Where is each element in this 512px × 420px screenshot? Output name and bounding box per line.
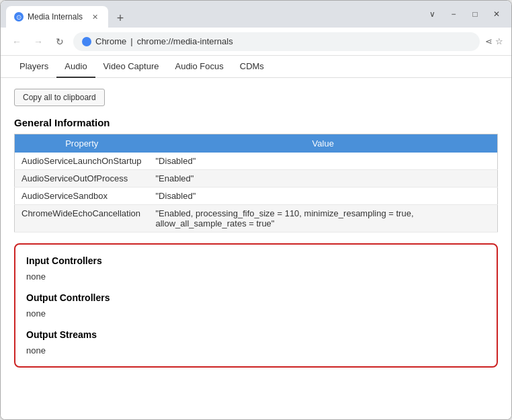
tab-title: Media Internals — [28, 12, 83, 22]
tab-players[interactable]: Players — [11, 56, 56, 78]
general-info-table: Property Value AudioServiceLaunchOnStart… — [14, 134, 498, 233]
new-tab-button[interactable]: + — [111, 9, 130, 28]
url-separator: | — [130, 36, 132, 46]
property-cell: AudioServiceOutOfProcess — [15, 170, 149, 187]
tab-close-button[interactable]: ✕ — [89, 11, 100, 22]
window-controls: ∨ − □ ✕ — [423, 5, 506, 24]
tab-audio[interactable]: Audio — [56, 56, 95, 78]
controllers-section: Input Controllers none Output Controller… — [14, 243, 498, 368]
bookmark-icon[interactable]: ☆ — [495, 36, 503, 46]
address-icons: ⋖ ☆ — [485, 36, 503, 46]
maximize-button[interactable]: □ — [466, 5, 484, 24]
nav-tabs: Players Audio Video Capture Audio Focus … — [1, 56, 511, 78]
output-controllers-title: Output Controllers — [26, 292, 486, 303]
tab-area: Media Internals ✕ + — [6, 1, 423, 28]
url-text: chrome://media-internals — [137, 36, 233, 46]
address-bar: ← → ↻ Chrome | chrome://media-internals … — [1, 28, 511, 56]
address-favicon — [82, 37, 91, 46]
page-inner: Copy all to clipboard General Informatio… — [1, 78, 511, 378]
value-cell: "Enabled, processing_fifo_size = 110, mi… — [149, 205, 498, 233]
output-streams-title: Output Streams — [26, 329, 486, 340]
minimize-button[interactable]: − — [444, 5, 463, 24]
table-row: AudioServiceOutOfProcess "Enabled" — [15, 170, 498, 187]
active-tab[interactable]: Media Internals ✕ — [6, 6, 108, 28]
tab-video-capture[interactable]: Video Capture — [95, 56, 167, 78]
back-button[interactable]: ← — [9, 34, 25, 50]
property-cell: ChromeWideEchoCancellation — [15, 205, 149, 233]
value-cell: "Enabled" — [149, 170, 498, 187]
general-info-title: General Information — [14, 117, 498, 128]
table-row: ChromeWideEchoCancellation "Enabled, pro… — [15, 205, 498, 233]
property-column-header: Property — [15, 134, 149, 153]
value-cell: "Disabled" — [149, 187, 498, 205]
tab-favicon — [14, 12, 24, 22]
value-cell: "Disabled" — [149, 153, 498, 170]
url-bar[interactable]: Chrome | chrome://media-internals — [73, 32, 480, 51]
chevron-down-icon[interactable]: ∨ — [423, 5, 441, 24]
reload-button[interactable]: ↻ — [52, 34, 68, 50]
table-row: AudioServiceSandbox "Disabled" — [15, 187, 498, 205]
property-cell: AudioServiceSandbox — [15, 187, 149, 205]
tab-audio-focus[interactable]: Audio Focus — [167, 56, 231, 78]
close-button[interactable]: ✕ — [487, 5, 506, 24]
property-cell: AudioServiceLaunchOnStartup — [15, 153, 149, 170]
page-content: Players Audio Video Capture Audio Focus … — [1, 56, 511, 419]
forward-button[interactable]: → — [30, 34, 46, 50]
input-controllers-none: none — [26, 271, 486, 282]
share-icon[interactable]: ⋖ — [485, 36, 493, 46]
output-streams-none: none — [26, 345, 486, 355]
browser-window: Media Internals ✕ + ∨ − □ ✕ ← → ↻ Chrome… — [0, 0, 512, 420]
tab-cdms[interactable]: CDMs — [232, 56, 272, 78]
copy-all-button[interactable]: Copy all to clipboard — [14, 89, 105, 106]
value-column-header: Value — [149, 134, 498, 153]
output-controllers-none: none — [26, 308, 486, 319]
title-bar: Media Internals ✕ + ∨ − □ ✕ — [1, 1, 511, 28]
input-controllers-title: Input Controllers — [26, 255, 486, 266]
table-row: AudioServiceLaunchOnStartup "Disabled" — [15, 153, 498, 170]
browser-name-label: Chrome — [95, 36, 126, 46]
